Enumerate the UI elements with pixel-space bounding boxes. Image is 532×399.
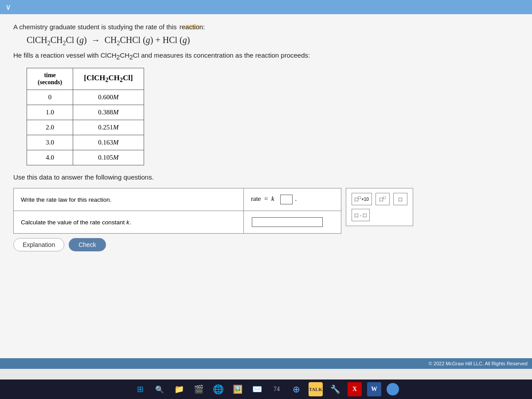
mail-icon[interactable]: ✉️ bbox=[250, 382, 264, 396]
rate-law-text: rate = k . bbox=[251, 195, 297, 202]
x-app-icon[interactable]: X bbox=[348, 382, 362, 396]
browser-icon[interactable]: 🌐 bbox=[211, 382, 225, 396]
question-1-answer[interactable]: rate = k . bbox=[244, 188, 341, 211]
time-value: 4.0 bbox=[27, 150, 73, 165]
fills-text: He fills a reaction vessel with ClCH2CH2… bbox=[13, 51, 519, 61]
check-button[interactable]: Check bbox=[69, 238, 106, 251]
chevron-down-icon: ∨ bbox=[5, 2, 11, 12]
reaction-highlight: reaction: bbox=[179, 23, 206, 31]
conc-value: 0.251M bbox=[73, 120, 144, 135]
question-2-answer[interactable] bbox=[244, 211, 341, 234]
math-tools-panel: □□ ×10 □□ □ □ · □ bbox=[346, 188, 413, 226]
time-header: time (seconds) bbox=[27, 68, 73, 90]
time-value: 0 bbox=[27, 90, 73, 105]
number-icon[interactable]: 74 bbox=[270, 382, 284, 396]
rate-constant-input[interactable] bbox=[252, 217, 323, 227]
time-value: 2.0 bbox=[27, 120, 73, 135]
math-tools-row-2: □ · □ bbox=[352, 209, 407, 221]
concentration-header: [ClCH2CH2Cl] bbox=[73, 68, 144, 90]
time-label: time bbox=[44, 72, 55, 78]
conc-value: 0.105M bbox=[73, 150, 144, 165]
question-row-2: Calculate the value of the rate constant… bbox=[14, 211, 341, 234]
copyright-bar: © 2022 McGraw Hill LLC. All Rights Reser… bbox=[0, 358, 532, 369]
problem-intro: A chemistry graduate student is studying… bbox=[13, 23, 519, 31]
top-chevron-bar: ∨ bbox=[0, 0, 532, 14]
square-button[interactable]: □ bbox=[393, 193, 407, 205]
bottom-buttons: Explanation Check bbox=[13, 238, 519, 251]
blue-dot-icon[interactable] bbox=[387, 383, 399, 395]
photos-icon[interactable]: 🖼️ bbox=[231, 382, 245, 396]
superscript-box-label: □□ bbox=[379, 196, 385, 203]
math-tools-row-1: □□ ×10 □□ □ bbox=[352, 193, 407, 205]
reaction-formula: ClCH2CH2Cl (g) → CH2CHCl (g) + HCl (g) bbox=[27, 35, 519, 47]
questions-table: Write the rate law for this reaction. ra… bbox=[13, 188, 341, 234]
table-row: 3.0 0.163M bbox=[27, 135, 144, 150]
explanation-button[interactable]: Explanation bbox=[13, 238, 64, 251]
dot-product-label: □ · □ bbox=[355, 212, 367, 219]
square-label: □ bbox=[399, 196, 402, 203]
word-icon[interactable]: W bbox=[367, 382, 381, 396]
table-row: 2.0 0.251M bbox=[27, 120, 144, 135]
time-value: 1.0 bbox=[27, 105, 73, 120]
table-row: 0 0.600M bbox=[27, 90, 144, 105]
copyright-text: © 2022 McGraw Hill LLC. All Rights Reser… bbox=[429, 361, 528, 366]
question-1-label: Write the rate law for this reaction. bbox=[14, 188, 244, 211]
questions-container: Write the rate law for this reaction. ra… bbox=[13, 188, 519, 234]
taskbar: ⊞ 🔍 📁 🎬 🌐 🖼️ ✉️ 74 ⊕ TALK 🔧 X W bbox=[0, 379, 532, 399]
file-explorer-icon[interactable]: 📁 bbox=[172, 382, 186, 396]
table-row: 1.0 0.388M bbox=[27, 105, 144, 120]
conc-value: 0.388M bbox=[73, 105, 144, 120]
dot-product-button[interactable]: □ · □ bbox=[352, 209, 370, 221]
table-row: 4.0 0.105M bbox=[27, 150, 144, 165]
conc-value: 0.163M bbox=[73, 135, 144, 150]
times10-button[interactable]: □□ ×10 bbox=[352, 193, 372, 205]
conc-value: 0.600M bbox=[73, 90, 144, 105]
rate-law-input[interactable] bbox=[280, 195, 293, 204]
tools-icon[interactable]: 🔧 bbox=[328, 382, 342, 396]
times10-label: □□ bbox=[355, 195, 361, 203]
question-row-1: Write the rate law for this reaction. ra… bbox=[14, 188, 341, 211]
seconds-label: (seconds) bbox=[38, 79, 62, 86]
superscript-box-button[interactable]: □□ bbox=[376, 193, 390, 205]
main-content: A chemistry graduate student is studying… bbox=[0, 14, 532, 358]
x10-label: ×10 bbox=[361, 197, 369, 202]
video-icon[interactable]: 🎬 bbox=[192, 382, 206, 396]
search-taskbar-icon[interactable]: 🔍 bbox=[153, 382, 167, 396]
time-value: 3.0 bbox=[27, 135, 73, 150]
nav-icon[interactable]: ⊕ bbox=[289, 382, 303, 396]
question-2-label: Calculate the value of the rate constant… bbox=[14, 211, 244, 234]
use-data-text: Use this data to answer the following qu… bbox=[13, 173, 519, 181]
talk-icon[interactable]: TALK bbox=[309, 382, 323, 396]
concentration-table: time (seconds) [ClCH2CH2Cl] 0 0.600M 1.0… bbox=[27, 68, 144, 165]
windows-start-icon[interactable]: ⊞ bbox=[133, 382, 147, 396]
